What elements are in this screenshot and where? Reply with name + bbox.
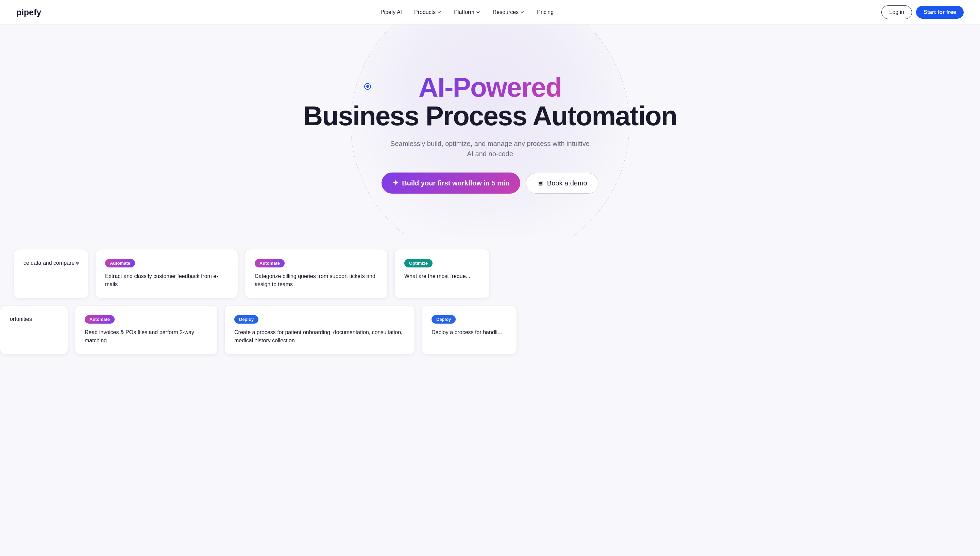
nav-item-pipefy-ai[interactable]: Pipefy AI (376, 6, 407, 18)
list-item[interactable]: Deploy Create a process for patient onbo… (224, 305, 415, 354)
logo[interactable]: pipefy (16, 7, 53, 18)
card-text: ortunities (10, 315, 58, 323)
nav-item-products[interactable]: Products (409, 6, 446, 18)
nav-item-resources[interactable]: Resources (488, 6, 529, 18)
nav-link-resources[interactable]: Resources (488, 6, 529, 18)
card-badge: Deploy (234, 315, 258, 323)
card-text: ce data and compare with payment records (23, 259, 79, 267)
chevron-down-icon (437, 10, 442, 15)
start-free-button[interactable]: Start for free (916, 6, 964, 19)
card-badge: Automate (105, 259, 135, 267)
cards-row-1: ce data and compare with payment records… (0, 249, 980, 305)
hero-heading: AI-Powered Business Process Automation (303, 73, 677, 130)
build-workflow-label: Build your first workflow in 5 min (402, 179, 509, 187)
list-item[interactable]: Optimize What are the most freque... (395, 249, 490, 298)
cards-section: ce data and compare with payment records… (0, 236, 980, 361)
list-item[interactable]: ortunities (0, 305, 68, 354)
card-text: Read invoices & POs files and perform 2-… (85, 328, 208, 345)
list-item[interactable]: Automate Read invoices & POs files and p… (75, 305, 218, 354)
card-text: Categorize billing queries from support … (255, 272, 378, 289)
card-badge: Deploy (432, 315, 456, 323)
chevron-down-icon (520, 10, 525, 15)
build-workflow-button[interactable]: ✦ Build your first workflow in 5 min (382, 173, 520, 194)
monitor-icon: 🖥 (537, 179, 544, 187)
hero-dot-decoration (364, 83, 371, 90)
book-demo-label: Book a demo (547, 179, 587, 187)
sparkle-icon: ✦ (392, 179, 398, 187)
svg-text:pipefy: pipefy (16, 7, 41, 17)
card-text: Create a process for patient onboarding:… (234, 328, 405, 345)
nav-item-pricing[interactable]: Pricing (532, 6, 558, 18)
card-badge: Optimize (404, 259, 432, 267)
card-text: Extract and classify customer feedback f… (105, 272, 228, 289)
card-badge: Automate (85, 315, 114, 323)
card-badge: Automate (255, 259, 285, 267)
hero-section: AI-Powered Business Process Automation S… (0, 24, 980, 236)
book-demo-button[interactable]: 🖥 Book a demo (526, 173, 598, 194)
hero-title-ai: AI-Powered (419, 72, 561, 102)
chevron-down-icon (476, 10, 480, 15)
nav-link-pipefy-ai[interactable]: Pipefy AI (376, 6, 407, 18)
hero-subtitle: Seamlessly build, optimize, and manage a… (388, 139, 592, 159)
nav-links: Pipefy AI Products Platform Resources (376, 6, 558, 18)
login-button[interactable]: Log in (882, 5, 912, 19)
nav-link-pricing[interactable]: Pricing (532, 6, 558, 18)
nav-link-products[interactable]: Products (409, 6, 446, 18)
list-item[interactable]: Automate Categorize billing queries from… (245, 249, 388, 298)
hero-ctas: ✦ Build your first workflow in 5 min 🖥 B… (303, 173, 677, 194)
nav-actions: Log in Start for free (882, 5, 964, 19)
hero-content: AI-Powered Business Process Automation S… (303, 73, 677, 194)
list-item[interactable]: ce data and compare with payment records (14, 249, 89, 298)
navbar: pipefy Pipefy AI Products Platform (0, 0, 980, 24)
cards-row-2: ortunities Automate Read invoices & POs … (0, 305, 980, 361)
logo-svg: pipefy (16, 7, 53, 18)
hero-title-main: Business Process Automation (303, 102, 677, 130)
card-text: Deploy a process for handli... (432, 328, 507, 336)
card-text: What are the most freque... (404, 272, 480, 280)
list-item[interactable]: Deploy Deploy a process for handli... (422, 305, 517, 354)
nav-item-platform[interactable]: Platform (449, 6, 485, 18)
nav-link-platform[interactable]: Platform (449, 6, 485, 18)
list-item[interactable]: Automate Extract and classify customer f… (95, 249, 238, 298)
